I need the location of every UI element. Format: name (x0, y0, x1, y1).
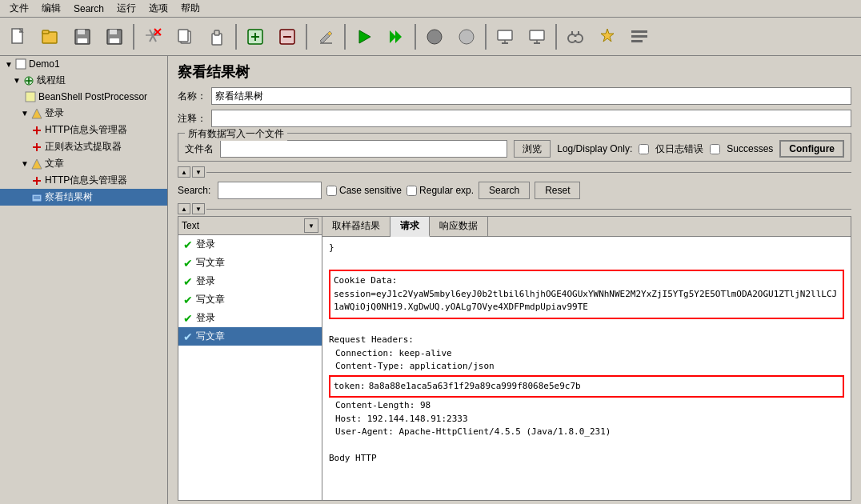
status-icon-green: ✔ (183, 312, 193, 325)
login-label: 登录 (45, 106, 64, 120)
results-area: Text ▼ ✔ 登录 ✔ 写文章 ✔ (178, 216, 851, 501)
toggle-article[interactable]: ▼ (19, 159, 30, 168)
comment-row: 注释： (168, 107, 861, 130)
more-button[interactable] (624, 22, 655, 52)
host-text: Host: 192.144.148.91:2333 (329, 413, 844, 426)
list-item[interactable]: ✔ 写文章 (178, 254, 322, 272)
toggle-login[interactable]: ▼ (19, 109, 30, 118)
config-button[interactable] (592, 22, 623, 52)
list-item[interactable]: ✔ 登录 (178, 309, 322, 327)
menu-edit[interactable]: 编辑 (35, 0, 67, 17)
search-button[interactable]: Search (479, 182, 530, 199)
separator-7 (555, 24, 557, 50)
edit-button[interactable] (310, 22, 341, 52)
run-button[interactable] (349, 22, 379, 52)
arrow-up-btn[interactable]: ▲ (178, 166, 190, 178)
divider-line-1 (206, 172, 851, 173)
list-item[interactable]: ✔ 写文章 (178, 290, 322, 309)
menu-file[interactable]: 文件 (3, 0, 35, 17)
run-all-button[interactable] (381, 22, 411, 52)
content-type-text: Content-Type: application/json (329, 360, 844, 374)
tab-request[interactable]: 请求 (390, 217, 430, 237)
arrow-down-btn-2[interactable]: ▼ (192, 203, 205, 214)
log-display-label: Log/Display Only: (557, 143, 632, 154)
beanshell-icon (24, 90, 37, 103)
sidebar-item-resulttree[interactable]: 察看结果树 (0, 189, 167, 206)
list-item-label: 写文章 (196, 293, 225, 306)
list-item[interactable]: ✔ 登录 (178, 235, 322, 254)
cut-button[interactable] (138, 22, 168, 52)
successes-label: Successes (727, 143, 773, 154)
toggle-demo1[interactable]: ▼ (3, 60, 14, 69)
demo1-label: Demo1 (29, 58, 60, 70)
tab-response-data[interactable]: 响应数据 (430, 217, 488, 236)
status-icon-green: ✔ (183, 294, 193, 306)
article-icon (30, 158, 43, 170)
sidebar-item-http2[interactable]: HTTP信息头管理器 (0, 172, 167, 189)
paste-button[interactable] (202, 22, 232, 52)
reset-button[interactable]: Reset (535, 182, 580, 199)
svg-rect-8 (110, 38, 119, 43)
svg-marker-49 (32, 109, 42, 118)
configure-button[interactable]: Configure (779, 140, 844, 158)
pre-text: } (329, 242, 844, 255)
menu-options[interactable]: 选项 (142, 0, 174, 17)
save-as-button[interactable] (99, 22, 130, 52)
copy-button[interactable] (170, 22, 200, 52)
toolbar (0, 18, 861, 56)
main-layout: ▼ Demo1 ▼ 线程组 BeanShell PostProcessor ▼ (0, 56, 861, 504)
add-button[interactable] (240, 22, 270, 52)
name-input[interactable] (211, 87, 851, 105)
http1-label: HTTP信息头管理器 (45, 123, 127, 137)
new-button[interactable] (3, 22, 34, 52)
arrow-up-btn-2[interactable]: ▲ (178, 203, 190, 214)
search-input[interactable] (218, 182, 322, 199)
response-content: } Cookie Data: session=eyJ1c2VyaW5mbyl6e… (322, 237, 851, 500)
search-row: Search: Case sensitive Regular exp. Sear… (168, 179, 861, 202)
file-input[interactable] (220, 140, 507, 158)
sidebar-item-http1[interactable]: HTTP信息头管理器 (0, 122, 167, 138)
status-icon-green: ✔ (183, 238, 193, 251)
regular-exp-checkbox[interactable] (406, 186, 417, 196)
sidebar-item-threadgroup[interactable]: ▼ 线程组 (0, 72, 167, 89)
remove-button[interactable] (272, 22, 302, 52)
tab-sampler-result[interactable]: 取样器结果 (322, 217, 390, 236)
open-button[interactable] (35, 22, 66, 52)
token-box: token: 8a8a88e1aca5a63f1f29a89ca999f8068… (329, 375, 844, 398)
name-row: 名称： (168, 85, 861, 107)
separator-2 (235, 24, 237, 50)
menu-run[interactable]: 运行 (110, 0, 142, 17)
stop-button[interactable] (419, 22, 450, 52)
sidebar-item-login[interactable]: ▼ 登录 (0, 105, 167, 122)
comment-input[interactable] (211, 110, 851, 127)
menu-search[interactable]: Search (67, 2, 110, 16)
log-display-checkbox[interactable] (639, 144, 649, 154)
clear-button[interactable] (451, 22, 482, 52)
status-icon-green: ✔ (183, 257, 193, 270)
successes-checkbox[interactable] (710, 144, 720, 154)
browse-button[interactable]: 浏览 (514, 140, 551, 158)
list-item-selected[interactable]: ✔ 写文章 (178, 327, 322, 346)
content-area: 察看结果树 名称： 注释： 所有数据写入一个文件 文件名 浏览 Log/Disp… (168, 56, 861, 504)
svg-marker-40 (601, 29, 614, 42)
arrow-down-btn[interactable]: ▼ (192, 166, 205, 178)
svg-rect-7 (110, 30, 117, 34)
list-items: ✔ 登录 ✔ 写文章 ✔ 登录 ✔ (178, 235, 322, 500)
dropdown-button[interactable]: ▼ (304, 218, 318, 233)
comment-label: 注释： (178, 112, 206, 126)
menu-help[interactable]: 帮助 (174, 0, 206, 17)
sidebar-item-demo1[interactable]: ▼ Demo1 (0, 56, 167, 72)
binoculars-button[interactable] (560, 22, 591, 52)
toggle-threadgroup[interactable]: ▼ (11, 76, 22, 85)
list-item[interactable]: ✔ 登录 (178, 272, 322, 290)
sidebar-item-article[interactable]: ▼ 文章 (0, 155, 167, 172)
case-sensitive-checkbox[interactable] (326, 186, 337, 196)
sidebar-item-regex[interactable]: 正则表达式提取器 (0, 138, 167, 155)
separator-6 (485, 24, 487, 50)
save-button[interactable] (67, 22, 98, 52)
svg-rect-4 (78, 30, 85, 34)
sidebar-item-beanshell[interactable]: BeanShell PostProcessor (0, 89, 167, 105)
remote2-button[interactable] (522, 22, 552, 52)
remote1-button[interactable] (490, 22, 520, 52)
svg-point-27 (427, 30, 442, 44)
